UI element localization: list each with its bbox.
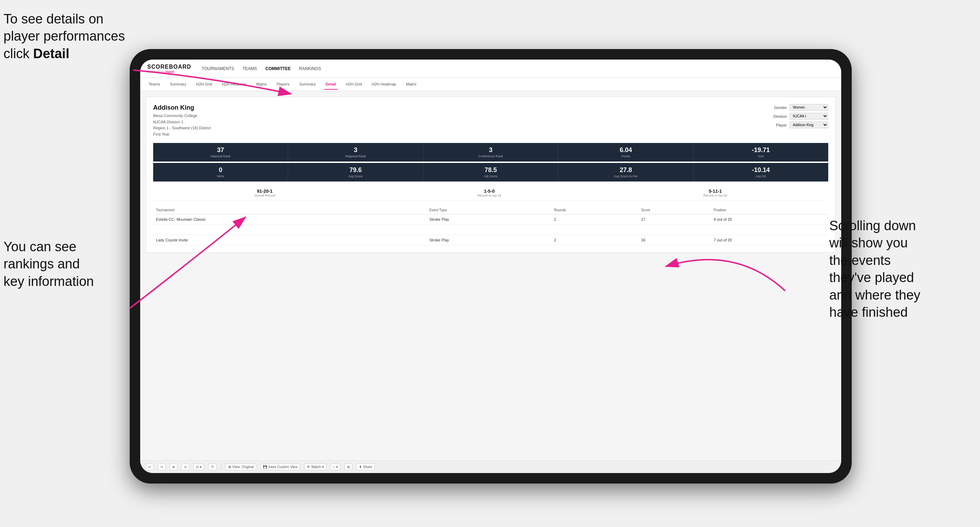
player-header: Addison King Mesa Community College NJCA… — [153, 104, 828, 137]
conference-rank-label: Conference Rank — [425, 154, 556, 158]
avg-score-par-value: 27.8 — [560, 167, 691, 174]
avg-sg-label: Avg SG — [696, 175, 826, 178]
sub-nav: Teams Summary H2H Grid H2H Heatmap Matri… — [140, 78, 841, 91]
annotation-bottomleft: You can see rankings and key information — [3, 238, 137, 290]
tournament-position: 7 out of 20 — [711, 235, 828, 245]
col-score: Score — [638, 206, 711, 214]
player-select[interactable]: Addison King — [790, 122, 828, 128]
player-college: Mesa Community College — [153, 113, 211, 119]
player-filter-row: Player Addison King — [776, 122, 828, 128]
stat-avg-score: 79.6 Avg Score — [288, 163, 423, 181]
tournament-score: 17 — [638, 214, 711, 225]
redo-icon: ↪ — [160, 465, 163, 469]
tablet-screen: SCOREBOARD Powered by clippd TOURNAMENTS… — [140, 60, 841, 473]
watch-button[interactable]: 👁 Watch ▾ — [304, 464, 326, 470]
player-division: NJCAA Division 1 — [153, 119, 211, 125]
tournament-table: Tournament Event Type Rounds Score Posit… — [153, 206, 828, 245]
tab-h2h-grid[interactable]: H2H Grid — [194, 79, 213, 90]
undo-icon: ↩ — [148, 465, 151, 469]
tab-matrix[interactable]: Matrix — [255, 79, 268, 90]
top-nav-links: TOURNAMENTS TEAMS COMMITTEE RANKINGS — [202, 65, 321, 73]
division-select[interactable]: NJCAA I — [790, 113, 828, 119]
nav-rankings[interactable]: RANKINGS — [299, 65, 321, 73]
tab-h2h-heatmap[interactable]: H2H Heatmap — [221, 79, 248, 90]
record-top25: 1-5-0 Record vs top 25 — [477, 189, 501, 197]
tournament-event-type: Stroke Play — [426, 214, 551, 225]
stat-adj-score: 78.5 Adj Score — [423, 163, 558, 181]
stat-avg-score-par: 27.8 Avg Score to Par — [558, 163, 693, 181]
view-original-label: 🖥 View: Original — [228, 465, 254, 469]
save-custom-view-label: 💾 Save Custom View — [263, 465, 298, 469]
bottom-toolbar: ↩ ↪ ⊕ ⊙ ⊡ ▾ ⏱ 🖥 View: Original 💾 Save Cu… — [140, 460, 841, 473]
national-rank-value: 37 — [155, 146, 286, 154]
stat-national-rank: 37 National Rank — [153, 143, 288, 162]
zoom-out-button[interactable]: ⊙ — [181, 464, 189, 470]
records-row: 91-20-1 Overall Record 1-5-0 Record vs t… — [153, 186, 828, 200]
undo-button[interactable]: ↩ — [146, 464, 154, 470]
content-panel: Addison King Mesa Community College NJCA… — [146, 97, 835, 252]
nav-tournaments[interactable]: TOURNAMENTS — [202, 65, 234, 73]
timer-icon: ⏱ — [211, 465, 214, 469]
regional-rank-value: 3 — [290, 146, 421, 154]
col-rounds: Rounds — [551, 206, 638, 214]
stats-row1: 37 National Rank 3 Regional Rank 3 Confe… — [153, 143, 828, 162]
record-top25-label: Record vs top 25 — [477, 194, 501, 197]
layout-icon: ⊡ ▾ — [196, 465, 202, 469]
sos-label: SoS — [696, 154, 826, 158]
tab-players[interactable]: Players — [275, 79, 291, 90]
powered-by: Powered by clippd — [147, 70, 191, 74]
sos-value: -19.71 — [696, 146, 826, 154]
tournament-position: 4 out of 20 — [711, 214, 828, 225]
table-row-empty — [153, 225, 828, 235]
col-tournament: Tournament — [153, 206, 426, 214]
wins-label: Wins — [155, 175, 286, 178]
top-nav: SCOREBOARD Powered by clippd TOURNAMENTS… — [140, 60, 841, 78]
gender-select[interactable]: Women — [790, 104, 828, 111]
points-label: Points — [560, 154, 691, 158]
wins-value: 0 — [155, 167, 286, 174]
stat-avg-sg: -10.14 Avg SG — [694, 163, 828, 181]
save-custom-view-button[interactable]: 💾 Save Custom View — [261, 464, 300, 470]
tab-summary[interactable]: Summary — [168, 79, 188, 90]
layout-button[interactable]: ⊡ ▾ — [194, 464, 204, 470]
points-value: 6.04 — [560, 146, 691, 154]
redo-button[interactable]: ↪ — [158, 464, 165, 470]
grid-button[interactable]: ⊞ — [345, 464, 352, 470]
table-row: Lady Coyote Invite Stroke Play 2 16 7 ou… — [153, 235, 828, 245]
share-label: Share — [363, 465, 372, 469]
overall-record: 91-20-1 Overall Record — [254, 189, 275, 197]
tournament-name: Estella CC- Mountain Classic — [153, 214, 426, 225]
zoom-in-button[interactable]: ⊕ — [170, 464, 177, 470]
tab-teams[interactable]: Teams — [147, 79, 161, 90]
share-button[interactable]: ⬆ Share — [356, 464, 375, 470]
player-info: Addison King Mesa Community College NJCA… — [153, 104, 211, 137]
nav-teams[interactable]: TEAMS — [243, 65, 257, 73]
nav-committee[interactable]: COMMITTEE — [265, 65, 291, 73]
avg-score-label: Avg Score — [290, 175, 421, 178]
annotation-bottomright: Scrolling down will show you the events … — [829, 217, 977, 321]
tab-h2h-heatmap2[interactable]: H2H Heatmap — [371, 79, 398, 90]
tab-summary2[interactable]: Summary — [298, 79, 317, 90]
tournament-name: Lady Coyote Invite — [153, 235, 426, 245]
tournament-score: 16 — [638, 235, 711, 245]
main-content: Addison King Mesa Community College NJCA… — [140, 91, 841, 460]
watch-label: 👁 Watch ▾ — [307, 465, 324, 469]
player-name: Addison King — [153, 104, 211, 111]
view-original-button[interactable]: 🖥 View: Original — [225, 464, 256, 470]
tab-matrix2[interactable]: Matrix — [404, 79, 418, 90]
tab-h2h-grid2[interactable]: H2H Grid — [345, 79, 363, 90]
screen-icon: □ ▾ — [333, 465, 338, 469]
stat-conference-rank: 3 Conference Rank — [423, 143, 558, 162]
player-year: First Year — [153, 132, 211, 138]
tournament-rounds: 2 — [551, 235, 638, 245]
col-event-type: Event Type — [426, 206, 551, 214]
screen-button[interactable]: □ ▾ — [331, 464, 340, 470]
conference-rank-value: 3 — [425, 146, 556, 154]
scoreboard-logo: SCOREBOARD Powered by clippd — [147, 64, 191, 74]
zoom-out-icon: ⊙ — [184, 465, 187, 469]
grid-icon: ⊞ — [347, 465, 350, 469]
timer-button[interactable]: ⏱ — [208, 464, 216, 470]
overall-record-label: Overall Record — [254, 194, 275, 197]
tournament-rounds: 2 — [551, 214, 638, 225]
tab-detail[interactable]: Detail — [324, 79, 337, 90]
